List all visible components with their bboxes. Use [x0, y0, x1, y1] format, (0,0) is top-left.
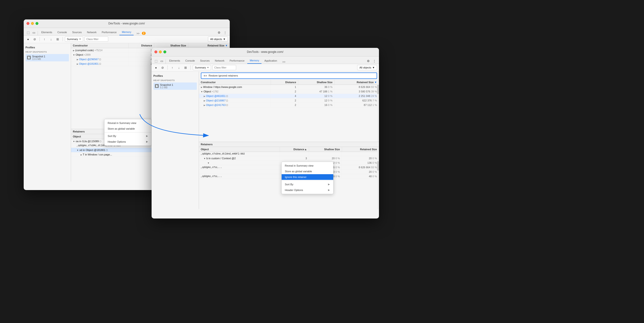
device-icon[interactable]: ▭	[31, 30, 36, 35]
table-row[interactable]: ▶ Object @241763 □ 2 16 0 % 87 112 1 %	[199, 103, 379, 107]
sortby-arrow-back: ▶	[146, 135, 148, 137]
all-objects-front[interactable]: All objects ▼	[357, 65, 377, 70]
header-arrow-front: ▶	[328, 189, 330, 191]
ret-col-sh-front: Shallow Size	[309, 147, 342, 152]
summary-dropdown-front[interactable]: Summary ▼	[193, 65, 211, 70]
tab-network-front[interactable]: Network	[212, 58, 227, 64]
tab-sources-front[interactable]: Sources	[198, 58, 212, 64]
expand-icon[interactable]: ▼	[73, 54, 75, 56]
table-row[interactable]: ▶ Object @216867 □ 2 12 0 % 622 376 7 %	[199, 98, 379, 103]
ret-col-obj-front: Object	[199, 147, 280, 152]
minimize-button-back[interactable]	[31, 22, 34, 25]
tab-memory-back[interactable]: Memory	[119, 29, 134, 35]
summary-arrow-back: ▼	[79, 38, 81, 40]
inspect-icon[interactable]: ⬚	[26, 30, 31, 35]
ctx-sortby-front[interactable]: Sort By ▶	[282, 182, 333, 187]
upload-icon-back[interactable]: ↑	[42, 37, 47, 42]
upload-icon-front[interactable]: ↑	[170, 65, 175, 70]
maximize-button-front[interactable]	[164, 51, 166, 53]
constructor-cell: ▼ Object ×2899	[71, 52, 128, 57]
tab-console-front[interactable]: Console	[183, 58, 197, 64]
device-icon-front[interactable]: ▭	[159, 59, 164, 64]
class-filter-front[interactable]	[212, 65, 236, 70]
clear-icon-front[interactable]: ⊘	[160, 65, 165, 70]
tab-memory-front[interactable]: Memory	[247, 58, 262, 64]
table-row[interactable]: ▶ Object @461651 □ 4 12 0 % 2 251 048 24…	[199, 94, 379, 98]
window-title-back: DevTools - www.google.com/	[108, 22, 145, 25]
ctx-reveal-front[interactable]: Reveal in Summary view	[282, 163, 333, 168]
ctx-store-back[interactable]: Store as global variable	[104, 126, 151, 132]
ctx-sortby-back[interactable]: Sort By ▶	[104, 133, 151, 139]
ctx-ignore-front[interactable]: Ignore this retainer	[282, 174, 333, 180]
tab-console-back[interactable]: Console	[55, 29, 69, 35]
heap-snapshots-title-front: HEAP SNAPSHOTS	[154, 79, 197, 82]
summary-dropdown-back[interactable]: Summary ▼	[65, 37, 83, 42]
sidebar-front: Profiles HEAP SNAPSHOTS 📄 Snapshot 1 9.3…	[152, 72, 199, 209]
settings-icon-back[interactable]: ⚙	[216, 30, 222, 35]
inspect-icon-front[interactable]: ⬚	[154, 59, 159, 64]
tab-performance-front[interactable]: Performance	[227, 58, 247, 64]
constructor-table-front: Constructor Distance Shallow Size Retain…	[199, 80, 379, 142]
collect-icon-back[interactable]: ⊞	[55, 37, 60, 42]
tab-elements-front[interactable]: Elements	[167, 58, 182, 64]
close-button-back[interactable]	[26, 22, 29, 25]
download-icon-front[interactable]: ↓	[176, 65, 182, 70]
constructor-cell: ▶ Object @296567 □	[71, 57, 128, 61]
sub-toolbar-back: ● ⊘ ↑ ↓ ⊞ Summary ▼ All objects ▼	[24, 36, 230, 43]
restore-banner[interactable]: ≡× Restore ignored retainers	[201, 73, 377, 79]
record-icon-front[interactable]: ●	[154, 65, 159, 70]
snapshot-size-front: 9.3 MB	[160, 86, 174, 89]
table-row[interactable]: ▼ b in custom / Context @2 3 20 0 % 20 0…	[199, 156, 379, 161]
download-icon-back[interactable]: ↓	[48, 37, 54, 42]
expand-icon[interactable]: ▶	[77, 58, 78, 61]
snapshot-icon-back: 📄	[27, 56, 31, 60]
close-button-front[interactable]	[154, 51, 157, 53]
more-options-icon-back[interactable]: ⋮	[223, 30, 228, 35]
more-tabs-btn-back[interactable]: >>	[135, 32, 141, 35]
distance-cell: 2	[128, 52, 154, 57]
table-row[interactable]: ▶ Window / https://www.google.com 1 36 0…	[199, 85, 379, 89]
table-row[interactable]: ,qddgKe,sTsDne,dtl0nd,eHbFl:992	[199, 152, 379, 156]
scrollbar-track-constructor[interactable]	[377, 80, 379, 142]
expand-icon[interactable]: ▶	[77, 63, 78, 65]
snapshot-size-back: 13.6 MB	[32, 58, 46, 61]
col-constructor-front: Constructor	[199, 80, 271, 85]
snapshot-item-front[interactable]: 📄 Snapshot 1 9.3 MB	[154, 83, 197, 90]
collect-icon-front[interactable]: ⊞	[183, 65, 188, 70]
more-options-icon-front[interactable]: ⋮	[372, 59, 377, 64]
record-icon-back[interactable]: ●	[26, 37, 31, 42]
all-objects-back[interactable]: All objects ▼	[208, 37, 228, 42]
scrollbar-thumb-retainers[interactable]	[377, 161, 379, 171]
title-bar-front: DevTools - www.google.com/	[152, 48, 379, 56]
settings-icon-front[interactable]: ⚙	[366, 59, 371, 64]
expand-icon[interactable]: ▶	[73, 49, 74, 52]
clear-icon-back[interactable]: ⊘	[32, 37, 38, 42]
ctx-reveal-back[interactable]: Reveal in Summary view	[104, 120, 151, 126]
scrollbar-thumb-constructor[interactable]	[377, 85, 379, 94]
constructor-cell: ▶ Object @461651 □	[199, 94, 271, 98]
tab-network-back[interactable]: Network	[84, 29, 99, 35]
warn-badge-back: 2	[142, 32, 146, 35]
tab-elements-back[interactable]: Elements	[39, 29, 55, 35]
col-distance-back: Distance	[128, 43, 154, 48]
tab-application-front[interactable]: Application	[262, 58, 280, 64]
more-tabs-btn-front[interactable]: >>	[281, 60, 287, 64]
snapshot-item-back[interactable]: 📄 Snapshot 1 13.6 MB	[26, 54, 69, 61]
constructor-cell: ▶ Object @241763 □	[199, 103, 271, 107]
class-filter-back[interactable]	[84, 37, 108, 42]
tab-sources-back[interactable]: Sources	[70, 29, 84, 35]
sub-toolbar-front: ● ⊘ ↑ ↓ ⊞ Summary ▼ All objects ▼	[152, 64, 379, 72]
restore-icon: ≡×	[204, 74, 207, 78]
retainers-header-front: Retainers	[199, 142, 379, 147]
ctx-header-front[interactable]: Header Options ▶	[282, 187, 333, 193]
ctx-store-front[interactable]: Store as global variable	[282, 168, 333, 174]
ctx-header-back[interactable]: Header Options ▶	[104, 139, 151, 145]
table-row[interactable]: ▼ Object ×1782 2 47 188 1 % 3 580 576 39…	[199, 89, 379, 94]
restore-label: Restore ignored retainers	[209, 74, 238, 77]
minimize-button-front[interactable]	[159, 51, 162, 53]
tab-performance-back[interactable]: Performance	[99, 29, 119, 35]
maximize-button-back[interactable]	[36, 22, 38, 25]
heap-snapshots-title-back: HEAP SNAPSHOTS	[26, 51, 69, 53]
scrollbar-track-retainers[interactable]	[377, 147, 379, 209]
distance-cell: 2	[128, 61, 154, 66]
